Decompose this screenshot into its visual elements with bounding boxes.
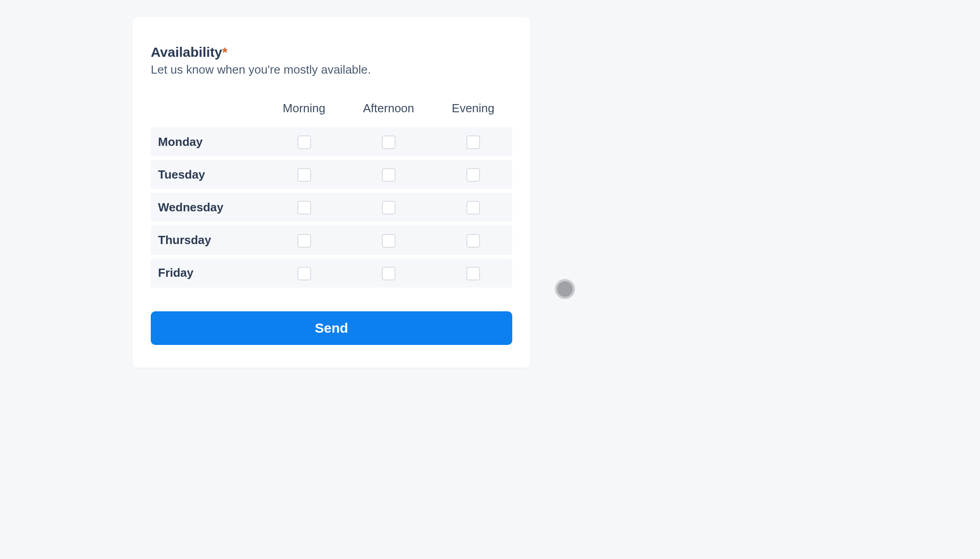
availability-card: Availability* Let us know when you're mo… [133, 17, 530, 368]
checkbox-thursday-afternoon[interactable] [382, 234, 396, 248]
header-evening: Evening [434, 98, 512, 124]
checkbox-monday-evening[interactable] [466, 135, 480, 149]
row-label-monday: Monday [151, 127, 265, 156]
checkbox-monday-morning[interactable] [297, 135, 311, 149]
checkbox-wednesday-afternoon[interactable] [382, 201, 396, 215]
header-spacer [151, 98, 265, 124]
checkbox-thursday-morning[interactable] [297, 234, 311, 248]
table-row: Monday [151, 127, 512, 156]
header-morning: Morning [265, 98, 343, 124]
checkbox-friday-afternoon[interactable] [382, 267, 396, 280]
row-label-tuesday: Tuesday [151, 160, 265, 189]
checkbox-tuesday-afternoon[interactable] [382, 168, 396, 182]
checkbox-tuesday-evening[interactable] [466, 168, 480, 182]
checkbox-friday-morning[interactable] [297, 267, 311, 280]
row-label-thursday: Thursday [151, 225, 265, 255]
checkbox-thursday-evening[interactable] [466, 234, 480, 248]
table-row: Friday [151, 259, 512, 288]
form-subtitle: Let us know when you're mostly available… [151, 63, 512, 77]
table-row: Thursday [151, 225, 512, 255]
required-marker: * [222, 45, 228, 60]
table-row: Tuesday [151, 160, 512, 189]
floating-action-dot[interactable] [555, 279, 575, 299]
send-button[interactable]: Send [151, 311, 512, 345]
row-label-wednesday: Wednesday [151, 193, 265, 222]
checkbox-wednesday-evening[interactable] [466, 201, 480, 215]
checkbox-monday-afternoon[interactable] [382, 135, 396, 149]
row-label-friday: Friday [151, 259, 265, 288]
checkbox-tuesday-morning[interactable] [297, 168, 311, 182]
header-afternoon: Afternoon [343, 98, 434, 124]
availability-table: Morning Afternoon Evening Monday Tuesday… [151, 94, 512, 291]
table-row: Wednesday [151, 193, 512, 222]
table-header-row: Morning Afternoon Evening [151, 98, 512, 124]
checkbox-wednesday-morning[interactable] [297, 201, 311, 215]
checkbox-friday-evening[interactable] [466, 267, 480, 280]
form-title: Availability* [151, 45, 512, 60]
title-text: Availability [151, 45, 222, 60]
